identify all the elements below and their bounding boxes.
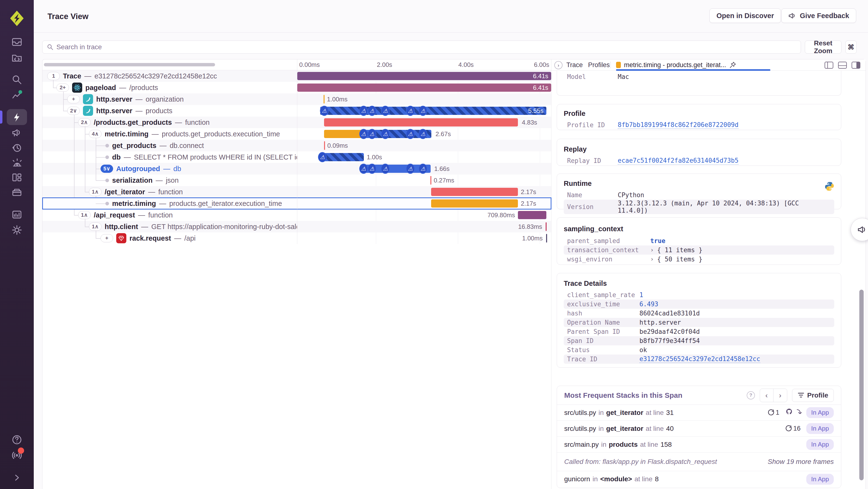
warning-icon[interactable]: ⚠: [318, 152, 327, 162]
profile-button[interactable]: Profile: [792, 389, 834, 402]
stack-frame-row[interactable]: gunicornin<module>at line8 In App: [557, 471, 841, 487]
show-more-frames-link[interactable]: Show 19 more frames: [768, 458, 834, 466]
trace-row[interactable]: 1∧ /get_iterator — function 2.17s: [42, 186, 551, 198]
span-bar[interactable]: [324, 130, 361, 138]
replay-id-link[interactable]: ecae7c51f0024f2fa82e6314045d73b5: [618, 157, 739, 165]
span-bar[interactable]: [430, 176, 431, 185]
stack-frame-row[interactable]: src/utils.pyinget_iteratorat line40 16 I…: [557, 421, 841, 437]
warning-icon[interactable]: ⚠: [406, 106, 415, 116]
warning-icon[interactable]: ⚠: [359, 164, 368, 174]
sidebar-item-performance[interactable]: [11, 112, 22, 123]
whats-new-icon[interactable]: [11, 450, 22, 460]
span-count-badge[interactable]: 1∧: [78, 211, 91, 219]
trace-row[interactable]: get_products — db.connect 0.09ms: [42, 140, 551, 151]
span-count-badge[interactable]: 2∨: [67, 107, 80, 115]
sidebar-item-dashboards[interactable]: [11, 172, 22, 183]
span-bar[interactable]: [323, 95, 324, 104]
span-count-badge[interactable]: 1∧: [89, 188, 101, 196]
sidebar-item-search[interactable]: [11, 74, 22, 85]
warning-icon[interactable]: ⚠: [418, 129, 427, 139]
span-bar[interactable]: 5.55s: [320, 107, 546, 115]
give-feedback-button[interactable]: Give Feedback: [781, 8, 856, 23]
warning-icon[interactable]: ⚠: [418, 106, 427, 116]
sidebar-item-replays[interactable]: [11, 143, 22, 153]
trace-row[interactable]: 1∧ http.client — GET https://application…: [42, 221, 551, 232]
sidebar-item-projects[interactable]: [11, 52, 22, 63]
next-stack-button[interactable]: ›: [774, 389, 787, 402]
profile-id-link[interactable]: 8fb7bb1891994f8c862f206e8722009d: [618, 121, 739, 129]
trace-row-selected[interactable]: metric.timing — products.get_iterator.ex…: [42, 198, 551, 209]
warning-icon[interactable]: ⚠: [368, 164, 376, 174]
warning-icon[interactable]: ⚠: [359, 129, 368, 139]
trace-row[interactable]: 2∨ http.server — products 5.55s ⚠ ⚠ ⚠ ⚠ …: [42, 105, 551, 117]
trace-row[interactable]: + rack.request — /api 1.00ms: [42, 232, 551, 244]
span-count-badge[interactable]: 1: [47, 72, 60, 80]
help-circle-icon[interactable]: ?: [747, 391, 755, 399]
trace-row[interactable]: 1∧ /api_request — function 709.80ms: [42, 209, 551, 221]
collapse-panel-icon[interactable]: ›: [554, 61, 562, 69]
horizontal-scrollbar[interactable]: [44, 63, 215, 66]
span-bar[interactable]: [546, 234, 547, 242]
warning-icon[interactable]: ⚠: [406, 129, 415, 139]
span-count-badge[interactable]: 2+: [56, 84, 69, 92]
warning-icon[interactable]: ⚠: [320, 106, 329, 116]
tab-active-span[interactable]: metric.timing - products.get_iterat...: [616, 59, 736, 70]
tab-trace[interactable]: Trace: [566, 59, 583, 70]
sidebar-item-releases[interactable]: [11, 187, 22, 198]
sidebar-item-alerts[interactable]: [11, 157, 22, 168]
trace-row[interactable]: 1 Trace — e31278c256524c3297e2cd12458e12…: [42, 70, 551, 82]
span-count-badge[interactable]: 2∧: [78, 118, 91, 126]
warning-icon[interactable]: ⚠: [368, 129, 376, 139]
trace-row-autogrouped[interactable]: 5∨ Autogrouped — db ⚠ ⚠ ⚠ ⚠ ⚠ 1.66s: [42, 163, 551, 174]
warning-icon[interactable]: ⚠: [381, 106, 390, 116]
layout-drawer-right-icon[interactable]: [851, 61, 861, 69]
span-bar[interactable]: [518, 211, 546, 219]
open-in-discover-button[interactable]: Open in Discover: [709, 8, 781, 23]
span-count-badge[interactable]: +: [67, 95, 80, 103]
span-count-badge[interactable]: 5∨: [100, 165, 113, 173]
warning-icon[interactable]: ⚠: [359, 106, 368, 116]
tab-profiles[interactable]: Profiles: [588, 59, 610, 70]
span-count-badge[interactable]: +: [100, 234, 113, 242]
expandable-row[interactable]: wsgi_environ›{ 50 items }: [564, 255, 834, 264]
vertical-scrollbar[interactable]: [859, 290, 864, 480]
layout-drawer-bottom-icon[interactable]: [838, 61, 847, 69]
trace-row[interactable]: 2+ pageload — /products 6.41s: [42, 82, 551, 93]
warning-icon[interactable]: ⚠: [418, 164, 427, 174]
span-bar[interactable]: 6.41s: [297, 72, 551, 80]
trace-row[interactable]: 2∧ /products.get_products — function 4.8…: [42, 117, 551, 128]
stack-frame-row[interactable]: src/main.pyinproductsat line158 In App: [557, 437, 841, 453]
trace-id-link[interactable]: e31278c256524c3297e2cd12458e12cc: [640, 355, 760, 363]
warning-icon[interactable]: ⚠: [381, 129, 390, 139]
sidebar-item-settings[interactable]: [11, 225, 22, 235]
details-scroll-area[interactable]: ModelMac Profile Profile ID8fb7bb1891994…: [551, 71, 866, 489]
warning-icon[interactable]: ⚠: [381, 164, 390, 174]
github-icon[interactable]: [785, 408, 793, 418]
sidebar-item-stats[interactable]: [11, 90, 22, 100]
span-bar[interactable]: [431, 199, 518, 207]
command-shortcut-button[interactable]: ⌘: [845, 40, 857, 54]
sidebar-item-issues[interactable]: [11, 37, 22, 47]
prev-stack-button[interactable]: ‹: [760, 389, 774, 402]
trace-row[interactable]: db — SELECT * FROM products WHERE id IN …: [42, 151, 551, 163]
stacktrace-link-icon[interactable]: [796, 408, 804, 418]
reset-zoom-button[interactable]: Reset Zoom: [805, 40, 841, 54]
warning-icon[interactable]: ⚠: [368, 106, 376, 116]
help-icon[interactable]: [11, 434, 22, 445]
sidebar-item-monitors[interactable]: [11, 209, 22, 220]
layout-drawer-left-icon[interactable]: [824, 61, 834, 69]
search-input[interactable]: [56, 43, 796, 51]
sentry-logo-icon[interactable]: [9, 10, 25, 27]
span-count-badge[interactable]: 1∧: [89, 223, 101, 231]
trace-row[interactable]: serialization — json 0.27ms: [42, 174, 551, 186]
warning-icon[interactable]: ⚠: [406, 164, 415, 174]
stack-frame-row[interactable]: src/utils.pyinget_iteratorat line31 1 In…: [557, 405, 841, 421]
span-bar[interactable]: [324, 118, 518, 126]
span-bar[interactable]: [546, 222, 547, 231]
span-count-badge[interactable]: 4∧: [89, 130, 101, 138]
span-bar[interactable]: [431, 188, 518, 196]
span-bar[interactable]: [324, 141, 325, 150]
trace-row[interactable]: 4∧ metric.timing — products.get_products…: [42, 128, 551, 140]
sidebar-collapse-icon[interactable]: [11, 472, 22, 483]
expandable-row[interactable]: transaction_context›{ 11 items }: [564, 246, 834, 255]
